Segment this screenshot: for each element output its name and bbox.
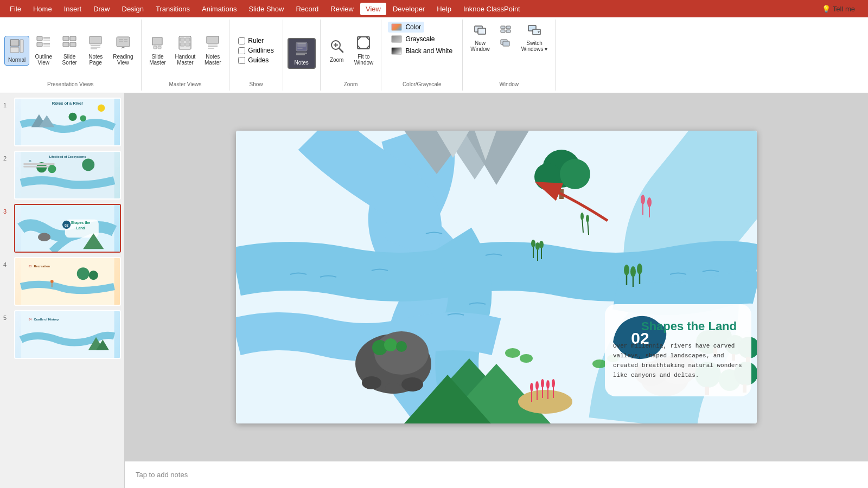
slide-view: 02 Shapes the Land Over millennia, river… [125,93,868,488]
black-white-option[interactable]: Black and White [388,46,456,56]
lightbulb-icon[interactable]: 💡 Tell me [818,3,859,15]
svg-point-130 [541,379,544,388]
presentation-views-group: Normal OutlineView SlideSorter [0,20,142,91]
svg-point-65 [82,158,94,171]
menu-draw[interactable]: Draw [88,3,115,15]
svg-text:04: 04 [29,318,32,321]
svg-rect-62 [21,152,114,198]
slide-canvas[interactable]: 02 Shapes the Land Over millennia, river… [125,93,868,461]
zoom-button[interactable]: Zoom [325,36,349,65]
outline-view-button[interactable]: OutlineView [31,33,55,68]
svg-point-173 [647,197,652,207]
handout-master-icon [177,35,193,53]
notes-master-label: NotesMaster [205,54,221,66]
slide-master-button[interactable]: SlideMaster [146,33,170,68]
zoom-label-group: Zoom [342,80,360,88]
ruler-input[interactable] [238,37,245,44]
ruler-checkbox[interactable]: Ruler [238,37,273,44]
arrange-all-button[interactable] [495,24,516,36]
show-checkboxes: Ruler Gridlines Guides [234,35,278,66]
notes-master-button[interactable]: NotesMaster [201,33,225,68]
menu-transitions[interactable]: Transitions [150,3,195,15]
menu-record[interactable]: Record [290,3,324,15]
zoom-label: Zoom [330,57,344,63]
show-group: Ruler Gridlines Guides Show [229,20,283,91]
svg-text:Roles of a River: Roles of a River [52,101,84,106]
svg-point-105 [534,163,561,190]
guides-checkbox[interactable]: Guides [238,56,273,64]
svg-rect-6 [37,42,42,47]
gridlines-input[interactable] [238,47,245,54]
svg-rect-35 [297,43,306,44]
slide-num-2: 2 [3,155,11,162]
svg-point-169 [586,215,589,222]
svg-point-134 [552,379,555,388]
reading-view-label: ReadingView [113,54,133,66]
color-option[interactable]: Color [388,22,424,33]
svg-rect-28 [180,43,184,46]
color-grayscale-group: Color Grayscale Black and White Color/Gr… [381,20,463,91]
slide-image-3[interactable]: 02 Shapes the Land [14,204,121,253]
menu-developer[interactable]: Developer [387,3,430,15]
menu-help[interactable]: Help [431,3,457,15]
svg-point-171 [641,195,645,204]
svg-point-76 [38,233,50,241]
slide-thumb-5[interactable]: 5 04 Cradle of History [3,310,121,359]
menu-classpoint[interactable]: Inknoe ClassPoint [458,3,526,15]
notes-page-label: NotesPage [88,54,103,66]
svg-text:Shapes the: Shapes the [71,221,91,225]
svg-point-137 [505,348,520,358]
slide-sorter-button[interactable]: SlideSorter [58,33,81,68]
svg-rect-2 [20,40,23,53]
grayscale-option[interactable]: Grayscale [388,34,438,44]
slide-image-5[interactable]: 04 Cradle of History [14,310,121,359]
slide-thumb-2[interactable]: 2 Lifeblood of Ecosystems 01 [3,151,121,200]
menu-insert[interactable]: Insert [59,3,87,15]
reading-view-button[interactable]: ReadingView [110,33,136,68]
svg-line-41 [339,48,343,52]
svg-text:Land: Land [76,226,85,230]
normal-view-icon [9,38,24,56]
slide-thumb-1[interactable]: 1 Roles of a River [3,98,121,146]
menu-view[interactable]: View [360,3,386,15]
slide-sorter-label: SlideSorter [62,54,77,66]
menu-animations[interactable]: Animations [196,3,242,15]
svg-rect-47 [501,26,505,29]
svg-point-161 [624,265,629,275]
notes-button[interactable]: Notes [288,38,316,69]
svg-rect-68 [23,163,54,165]
color-grayscale-label: Color/Grayscale [400,80,444,88]
slide-thumb-4[interactable]: 4 03 Recreation [3,257,121,306]
fit-to-window-button[interactable]: Fit toWindow [351,33,377,68]
slide-thumb-3[interactable]: 3 02 Shapes the Land [3,204,121,253]
guides-input[interactable] [238,57,245,64]
zoom-icon [329,38,344,56]
slide-image-2[interactable]: Lifeblood of Ecosystems 01 [14,151,121,200]
switch-windows-button[interactable]: SwitchWindows ▾ [518,22,551,54]
svg-text:Lifeblood of Ecosystems: Lifeblood of Ecosystems [49,155,86,158]
svg-rect-37 [297,48,303,49]
svg-text:Cradle of History: Cradle of History [34,318,59,321]
slide-image-4[interactable]: 03 Recreation [14,257,121,306]
menu-home[interactable]: Home [28,3,58,15]
svg-point-81 [77,267,90,280]
window-group-label: Window [497,80,521,88]
menu-design[interactable]: Design [117,3,149,15]
menu-file[interactable]: File [4,3,27,15]
notes-page-button[interactable]: NotesPage [84,33,107,68]
svg-text:02: 02 [65,223,69,227]
notes-area[interactable]: Tap to add notes [125,461,868,488]
handout-master-button[interactable]: HandoutMaster [172,33,199,68]
svg-rect-46 [478,28,486,34]
gridlines-checkbox[interactable]: Gridlines [238,47,273,54]
slide-image-1[interactable]: Roles of a River [14,98,121,146]
normal-view-button[interactable]: Normal [4,36,29,66]
svg-point-118 [384,338,397,351]
slide-content: 02 Shapes the Land Over millennia, river… [236,131,757,423]
menu-slideshow[interactable]: Slide Show [243,3,289,15]
new-window-button[interactable]: NewWindow [467,22,493,54]
cascade-button[interactable] [495,37,516,50]
svg-text:01: 01 [29,160,32,163]
menu-review[interactable]: Review [325,3,359,15]
svg-rect-29 [186,43,190,46]
